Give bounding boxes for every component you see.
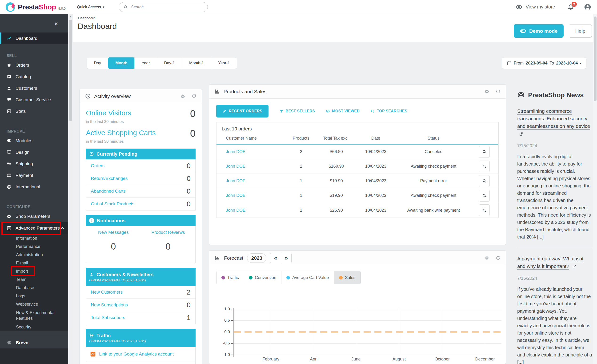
- sidebar-item-modules[interactable]: Modules: [0, 135, 68, 146]
- sidebar-collapse-button[interactable]: «: [0, 14, 68, 32]
- puzzle-icon: [7, 138, 12, 143]
- submenu-item-logs[interactable]: Logs: [0, 292, 68, 300]
- tab-most-viewed[interactable]: MOST VIEWED: [326, 109, 360, 113]
- view-my-store-link[interactable]: View my store: [515, 4, 555, 11]
- search-input[interactable]: [131, 5, 203, 9]
- gear-icon[interactable]: [485, 89, 489, 94]
- user-menu-button[interactable]: [584, 3, 591, 11]
- refresh-icon[interactable]: [192, 94, 196, 99]
- sidebar-item-design[interactable]: Design: [0, 146, 68, 158]
- tab-top-searches[interactable]: TOP SEARCHES: [370, 109, 407, 113]
- tab-year[interactable]: Year: [134, 57, 157, 69]
- notifications-header: ! Notifications: [86, 215, 196, 226]
- view-order-button[interactable]: [479, 175, 490, 187]
- search-box[interactable]: [119, 2, 208, 12]
- online-visitors-link[interactable]: Online Visitors: [86, 109, 131, 117]
- tab-year-minus-1[interactable]: Year-1: [211, 57, 237, 69]
- gear-icon[interactable]: [181, 94, 185, 99]
- status-text: Awaiting bank wire payment: [397, 208, 470, 213]
- legend-traffic[interactable]: Traffic: [217, 271, 244, 284]
- tab-day-minus-1[interactable]: Day-1: [157, 57, 182, 69]
- sidebar-item-brevo[interactable]: Brevo: [0, 337, 68, 348]
- sidebar-item-shipping[interactable]: Shipping: [0, 158, 68, 170]
- submenu-item-information[interactable]: Information: [0, 234, 68, 242]
- search-icon: [482, 208, 487, 213]
- submenu-item-new-experimental-features[interactable]: New & Experimental Features: [0, 308, 61, 323]
- puzzle-icon: [7, 340, 12, 345]
- view-order-button[interactable]: [479, 146, 490, 158]
- sidebar-item-catalog[interactable]: Catalog: [0, 71, 68, 82]
- next-year-button[interactable]: »: [281, 253, 291, 263]
- sidebar-item-payment[interactable]: Payment: [0, 170, 68, 181]
- sidebar-item-international[interactable]: International: [0, 181, 68, 193]
- sidebar-item-stats[interactable]: Stats: [0, 105, 68, 117]
- news-article-link[interactable]: Streamlining ecommerce transactions: Enh…: [517, 107, 592, 137]
- gear-icon: [7, 214, 12, 219]
- list-item: Abandoned Carts0: [86, 185, 195, 198]
- submenu-item-team[interactable]: Team: [0, 275, 68, 284]
- forecast-legend: Traffic Conversion Average Cart Value Sa…: [216, 271, 361, 284]
- view-order-button[interactable]: [479, 161, 490, 172]
- sidebar-item-customers[interactable]: Customers: [0, 82, 68, 94]
- sidebar-item-orders[interactable]: Orders: [0, 59, 68, 71]
- sidebar-filler: [0, 348, 68, 364]
- page-scrollbar[interactable]: [593, 14, 597, 364]
- forecast-header: Forecast 2023 « »: [209, 251, 506, 265]
- tab-best-sellers[interactable]: BEST SELLERS: [279, 109, 315, 113]
- customer-link[interactable]: John DOE: [217, 208, 284, 213]
- legend-average-cart-value[interactable]: Average Cart Value: [281, 271, 334, 284]
- scroll-up-icon[interactable]: ▲: [68, 15, 73, 18]
- sidebar-item-shop-parameters[interactable]: Shop Parameters: [0, 211, 68, 222]
- sidebar-section-configure: CONFIGURE: [0, 203, 68, 211]
- calendar-icon: [507, 61, 511, 66]
- sidebar-scrollbar-thumb[interactable]: [69, 20, 72, 121]
- notifications-button[interactable]: 2: [567, 4, 574, 10]
- refresh-icon[interactable]: [495, 255, 501, 261]
- page-scrollbar-thumb[interactable]: [594, 16, 597, 101]
- submenu-item-database[interactable]: Database: [0, 284, 68, 292]
- gear-icon[interactable]: [485, 255, 489, 261]
- sidebar-item-advanced-parameters[interactable]: Advanced Parameters: [0, 222, 68, 234]
- quick-access-dropdown[interactable]: Quick Access ▾: [77, 5, 104, 9]
- active-carts-link[interactable]: Active Shopping Carts: [86, 129, 156, 137]
- legend-conversion[interactable]: Conversion: [244, 271, 281, 284]
- help-button[interactable]: Help: [569, 24, 592, 38]
- tab-day[interactable]: Day: [87, 57, 108, 69]
- submenu-item-import[interactable]: Import: [0, 267, 68, 275]
- demo-mode-button[interactable]: Demo mode: [514, 24, 564, 38]
- tab-month-minus-1[interactable]: Month-1: [182, 57, 211, 69]
- sidebar-scrollbar[interactable]: ▲: [68, 14, 73, 364]
- view-order-button[interactable]: [479, 190, 490, 202]
- store-icon: [7, 74, 12, 79]
- submenu-item-security[interactable]: Security: [0, 323, 68, 331]
- user-icon: [89, 272, 94, 277]
- customer-link[interactable]: John DOE: [217, 164, 284, 169]
- legend-sales[interactable]: Sales: [334, 271, 361, 284]
- news-article-date: 7/15/2024: [517, 143, 592, 148]
- date-range-picker[interactable]: From 2023-09-04 To 2023-10-04 ▾: [502, 57, 586, 69]
- news-article-link[interactable]: A payment gateway: What is it and why is…: [517, 255, 592, 270]
- previous-year-button[interactable]: «: [270, 253, 281, 263]
- tab-recent-orders[interactable]: RECENT ORDERS: [216, 105, 268, 118]
- google-analytics-link[interactable]: Link to your Google Analytics account: [99, 352, 174, 357]
- refresh-icon[interactable]: [495, 89, 501, 94]
- search-icon: [482, 179, 487, 183]
- activity-overview-header: Activity overview: [80, 89, 202, 103]
- sidebar-item-customer-service[interactable]: Customer Service: [0, 94, 68, 105]
- view-order-button[interactable]: [479, 204, 490, 216]
- tab-month[interactable]: Month: [108, 57, 134, 69]
- submenu-item-webservice[interactable]: Webservice: [0, 300, 68, 308]
- breadcrumb: Dashboard: [78, 16, 95, 20]
- chat-icon: [7, 97, 12, 102]
- y-tick: -1.0: [215, 352, 230, 357]
- customer-link[interactable]: John DOE: [217, 178, 284, 183]
- credit-card-icon: [7, 173, 12, 178]
- search-icon: [482, 150, 487, 154]
- customer-link[interactable]: John DOE: [217, 149, 284, 154]
- customer-link[interactable]: John DOE: [217, 193, 284, 198]
- submenu-item-performance[interactable]: Performance: [0, 242, 68, 251]
- submenu-item-administration[interactable]: Administration: [0, 251, 68, 259]
- sidebar-item-dashboard[interactable]: Dashboard: [0, 32, 68, 44]
- submenu-item-email[interactable]: E-mail: [0, 259, 68, 267]
- conversion-dot-icon: [249, 276, 252, 279]
